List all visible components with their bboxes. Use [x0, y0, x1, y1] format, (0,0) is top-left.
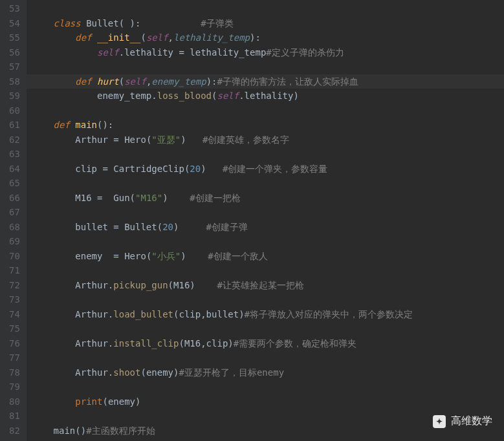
- line-number: 81: [9, 409, 20, 424]
- code-line: [27, 263, 504, 278]
- code-line: [27, 380, 504, 394]
- line-number: 59: [9, 89, 20, 103]
- line-number: 61: [9, 118, 20, 133]
- line-number: 69: [9, 234, 20, 249]
- code-line: Arthur.pickup_gun(M16) #让英雄捡起某一把枪: [27, 278, 504, 293]
- code-line: [27, 205, 504, 220]
- line-number: 78: [9, 365, 20, 380]
- line-number: 54: [9, 16, 20, 31]
- code-line: [27, 1, 504, 16]
- line-number: 65: [9, 176, 20, 191]
- code-line: [27, 103, 504, 118]
- watermark-text: 高维数学: [451, 414, 492, 428]
- line-number: 73: [9, 292, 20, 307]
- line-number: 58: [9, 74, 20, 89]
- code-line: [27, 147, 504, 162]
- line-number: 56: [9, 45, 20, 60]
- line-number: 80: [9, 394, 20, 409]
- code-line: class Bullet( ): #子弹类: [27, 16, 504, 31]
- code-line: [27, 176, 504, 191]
- line-number: 53: [9, 1, 20, 16]
- code-line: [27, 350, 504, 365]
- line-number: 67: [9, 205, 20, 220]
- code-line: [27, 321, 504, 336]
- line-number: 57: [9, 59, 20, 74]
- line-number: 64: [9, 162, 20, 177]
- line-number: 66: [9, 191, 20, 206]
- code-editor: 5354555657585960616263646566676869707172…: [0, 0, 504, 441]
- wechat-icon: ✦: [433, 415, 446, 428]
- line-number: 72: [9, 278, 20, 293]
- code-line: [27, 234, 504, 249]
- code-line: Arthur.shoot(enemy)#亚瑟开枪了，目标enemy: [27, 365, 504, 380]
- code-line: [27, 59, 504, 74]
- line-gutter: 5354555657585960616263646566676869707172…: [0, 0, 27, 441]
- code-line: [27, 292, 504, 307]
- line-number: 79: [9, 380, 20, 394]
- code-line: self.lethality = lethality_temp#定义子弹的杀伤力: [27, 45, 504, 60]
- line-number: 76: [9, 336, 20, 351]
- code-line: print(enemy): [27, 394, 504, 409]
- code-area[interactable]: class Bullet( ): #子弹类 def __init__(self,…: [27, 0, 504, 441]
- line-number: 82: [9, 424, 20, 438]
- line-number: 75: [9, 321, 20, 336]
- line-number: 68: [9, 220, 20, 235]
- code-line: Arthur = Hero("亚瑟") #创建英雄，参数名字: [27, 133, 504, 147]
- line-number: 70: [9, 249, 20, 264]
- code-line: enemy = Hero("小兵") #创建一个敌人: [27, 249, 504, 264]
- code-line: M16 = Gun("M16") #创建一把枪: [27, 191, 504, 206]
- watermark: ✦ 高维数学: [433, 414, 492, 428]
- code-line: def __init__(self,lethality_temp):: [27, 30, 504, 45]
- code-line: clip = CartridgeClip(20) #创建一个弹夹，参数容量: [27, 162, 504, 177]
- line-number: 77: [9, 350, 20, 365]
- line-number: 55: [9, 30, 20, 45]
- code-line: def main():: [27, 118, 504, 133]
- code-line: Arthur.install_clip(M16,clip)#需要两个参数，确定枪…: [27, 336, 504, 351]
- line-number: 63: [9, 147, 20, 162]
- code-line: bullet = Bullet(20) #创建子弹: [27, 220, 504, 235]
- line-number: 74: [9, 307, 20, 322]
- code-line: enemy_temp.loss_blood(self.lethality): [27, 89, 504, 103]
- line-number: 62: [9, 133, 20, 147]
- code-line: Arthur.load_bullet(clip,bullet)#将子弹放入对应的…: [27, 307, 504, 322]
- line-number: 71: [9, 263, 20, 278]
- code-line-highlighted: def hurt(self,enemy_temp):#子弹的伤害方法，让敌人实际…: [27, 74, 504, 89]
- line-number: 60: [9, 103, 20, 118]
